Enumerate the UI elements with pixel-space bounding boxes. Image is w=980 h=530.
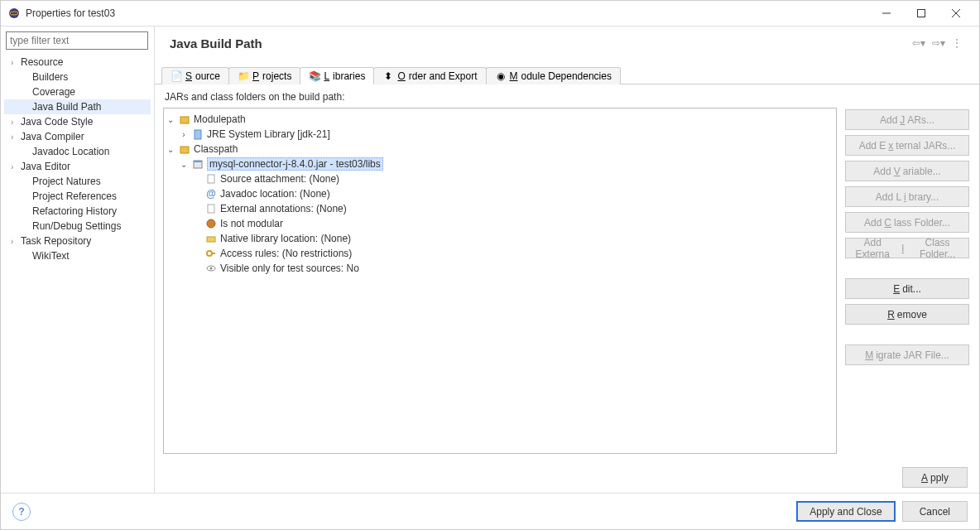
- minimize-button[interactable]: [870, 2, 903, 25]
- forward-icon[interactable]: ⇨▾: [930, 36, 948, 51]
- sidebar-item[interactable]: Project References: [4, 189, 151, 204]
- apply-and-close-button[interactable]: Apply and Close: [796, 501, 895, 522]
- sidebar-item[interactable]: ›Resource: [4, 55, 151, 70]
- tree-row[interactable]: ⌄mysql-connector-j-8.4.0.jar - test03/li…: [166, 157, 834, 171]
- tab-module-dependencies[interactable]: ◉Module Dependencies: [486, 67, 621, 84]
- tree-row[interactable]: ›JRE System Library [jdk-21]: [166, 127, 834, 142]
- collapse-icon[interactable]: ⌄: [166, 145, 175, 154]
- remove-button[interactable]: Remove: [845, 304, 969, 325]
- tree-row[interactable]: @Javadoc location: (None): [166, 186, 834, 201]
- tab-icon: 📄: [171, 70, 182, 82]
- tab-bar: 📄Source📁Projects📚Libraries⬍Order and Exp…: [155, 63, 979, 84]
- node-icon: [204, 217, 218, 230]
- svg-rect-14: [207, 237, 215, 242]
- classpath-tree[interactable]: ⌄Modulepath›JRE System Library [jdk-21]⌄…: [163, 108, 837, 454]
- window-title: Properties for test03: [26, 7, 870, 19]
- svg-point-0: [9, 8, 19, 18]
- svg-rect-10: [194, 161, 202, 162]
- tree-row[interactable]: Visible only for test sources: No: [166, 261, 834, 276]
- node-icon: @: [204, 187, 218, 200]
- page-title: Java Build Path: [170, 36, 910, 51]
- node-icon: [191, 128, 204, 141]
- svg-point-15: [207, 251, 212, 256]
- apply-button[interactable]: Apply: [902, 467, 968, 488]
- page-nav-icons: ⇦▾ ⇨▾ ⋮: [910, 36, 964, 51]
- sidebar-item[interactable]: Java Build Path: [4, 99, 151, 114]
- edit-button[interactable]: Edit...: [845, 278, 969, 299]
- tree-row[interactable]: ⌄Classpath: [166, 142, 834, 157]
- titlebar: Properties for test03: [1, 1, 979, 26]
- sidebar-item[interactable]: WikiText: [4, 248, 151, 263]
- node-icon: [204, 172, 218, 186]
- sidebar-item[interactable]: Coverage: [4, 84, 151, 99]
- tab-source[interactable]: 📄Source: [161, 67, 229, 84]
- sidebar-item[interactable]: ›Java Code Style: [4, 114, 151, 129]
- tree-row[interactable]: Native library location: (None): [166, 231, 834, 246]
- svg-rect-11: [208, 175, 214, 183]
- eclipse-icon: [7, 7, 21, 20]
- collapse-icon[interactable]: ⌄: [166, 115, 175, 124]
- node-icon: [178, 142, 191, 156]
- add-external-class-folder-button[interactable]: Add External Class Folder...: [845, 238, 969, 258]
- button-column: Add JARs...Add External JARs...Add Varia…: [845, 91, 969, 454]
- migrate-button[interactable]: Migrate JAR File...: [845, 344, 969, 365]
- maximize-button[interactable]: [905, 2, 938, 25]
- tab-icon: ◉: [495, 70, 507, 82]
- help-icon[interactable]: ?: [12, 503, 31, 521]
- node-icon: [178, 113, 191, 126]
- filter-input[interactable]: [6, 31, 148, 50]
- tree-row[interactable]: External annotations: (None): [166, 201, 834, 216]
- svg-rect-7: [195, 130, 201, 139]
- add-external-jars-button[interactable]: Add External JARs...: [845, 135, 969, 156]
- list-caption: JARs and class folders on the build path…: [163, 91, 837, 103]
- sidebar-item[interactable]: Run/Debug Settings: [4, 219, 151, 234]
- close-button[interactable]: [939, 2, 973, 25]
- cancel-button[interactable]: Cancel: [902, 501, 968, 522]
- tab-icon: 📁: [238, 70, 249, 82]
- node-icon: [204, 202, 218, 215]
- add-variable-button[interactable]: Add Variable...: [845, 161, 969, 181]
- svg-rect-3: [918, 10, 925, 17]
- tab-icon: ⬍: [382, 70, 394, 82]
- svg-point-13: [207, 219, 215, 228]
- tree-row[interactable]: Source attachment: (None): [166, 171, 834, 186]
- sidebar-item[interactable]: Javadoc Location: [4, 144, 151, 159]
- sidebar-item[interactable]: ›Java Compiler: [4, 129, 151, 144]
- sidebar-item[interactable]: ›Task Repository: [4, 234, 151, 248]
- node-icon: [204, 262, 218, 275]
- svg-rect-8: [180, 147, 189, 153]
- tree-row[interactable]: Is not modular: [166, 216, 834, 231]
- sidebar-item[interactable]: Refactoring History: [4, 204, 151, 219]
- expand-icon[interactable]: ›: [179, 130, 189, 139]
- node-icon: [191, 157, 204, 171]
- sidebar-item[interactable]: Builders: [4, 70, 151, 84]
- svg-rect-6: [180, 117, 189, 123]
- category-tree[interactable]: ›ResourceBuildersCoverageJava Build Path…: [4, 55, 151, 488]
- menu-icon[interactable]: ⋮: [949, 36, 964, 51]
- tab-order-and-export[interactable]: ⬍Order and Export: [373, 67, 486, 84]
- collapse-icon[interactable]: ⌄: [179, 160, 189, 169]
- tree-row[interactable]: Access rules: (No restrictions): [166, 246, 834, 261]
- add-jars-button[interactable]: Add JARs...: [845, 109, 969, 130]
- svg-rect-12: [208, 205, 214, 213]
- sidebar-item[interactable]: ›Java Editor: [4, 159, 151, 174]
- tab-projects[interactable]: 📁Projects: [228, 67, 300, 84]
- tab-icon: 📚: [309, 70, 320, 82]
- node-icon: [204, 232, 218, 245]
- back-icon[interactable]: ⇦▾: [910, 36, 928, 51]
- svg-point-18: [210, 267, 213, 270]
- add-library-button[interactable]: Add Library...: [845, 186, 969, 207]
- node-icon: [204, 247, 218, 260]
- tab-libraries[interactable]: 📚Libraries: [300, 67, 374, 84]
- sidebar-item[interactable]: Project Natures: [4, 174, 151, 189]
- add-class-folder-button[interactable]: Add Class Folder...: [845, 212, 969, 233]
- category-sidebar: ›ResourceBuildersCoverageJava Build Path…: [1, 26, 155, 493]
- tree-row[interactable]: ⌄Modulepath: [166, 112, 834, 127]
